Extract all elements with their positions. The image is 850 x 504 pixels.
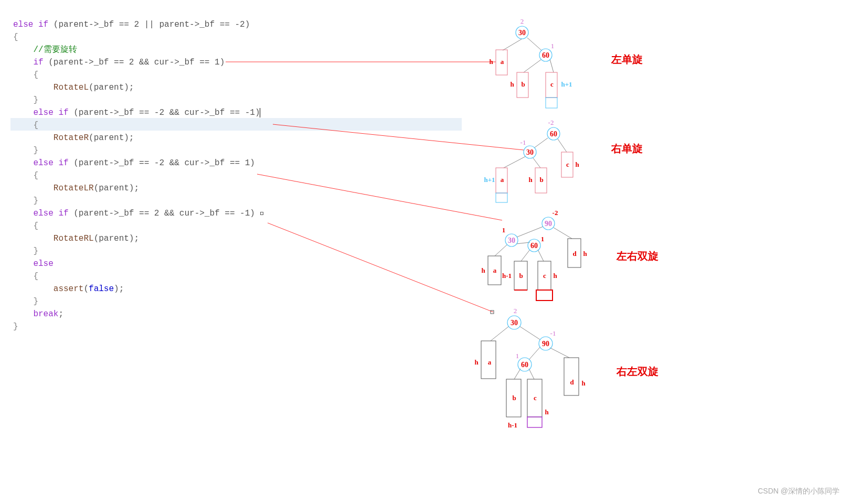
svg-text:30: 30	[518, 29, 526, 37]
svg-text:h: h	[489, 58, 493, 66]
svg-line-5	[503, 39, 522, 50]
svg-text:60: 60	[542, 51, 549, 59]
svg-line-77	[550, 348, 569, 358]
svg-text:-1: -1	[550, 329, 556, 337]
svg-text:1: 1	[541, 235, 545, 243]
svg-text:h-1: h-1	[502, 272, 512, 280]
svg-text:-1: -1	[520, 138, 526, 146]
svg-rect-38	[496, 193, 507, 202]
svg-text:2: 2	[514, 307, 517, 315]
svg-line-2	[257, 174, 502, 220]
label-left-single: 左单旋	[611, 52, 643, 67]
svg-text:h: h	[481, 266, 485, 274]
label-right-single: 右单旋	[611, 142, 643, 156]
svg-rect-70	[536, 290, 552, 301]
svg-text:b: b	[512, 394, 516, 402]
svg-line-75	[519, 326, 540, 340]
svg-text:60: 60	[550, 130, 557, 138]
svg-text:1: 1	[516, 352, 519, 360]
svg-line-7	[524, 59, 541, 72]
svg-line-28	[533, 157, 540, 168]
svg-line-6	[527, 38, 541, 50]
svg-text:d: d	[572, 250, 577, 258]
svg-line-76	[529, 347, 540, 360]
svg-text:a: a	[501, 176, 504, 184]
svg-text:30: 30	[508, 237, 515, 244]
svg-text:b: b	[521, 80, 525, 88]
svg-text:b: b	[539, 176, 543, 184]
svg-text:h: h	[545, 408, 549, 416]
svg-text:c: c	[566, 160, 569, 168]
svg-line-25	[534, 138, 548, 148]
svg-text:a: a	[488, 358, 492, 366]
tree-rl-double: 30 2 90 -1 60 1 h a h-1 b h c h d	[474, 307, 586, 429]
svg-text:1: 1	[502, 226, 506, 234]
svg-text:c: c	[543, 272, 546, 280]
svg-text:h: h	[510, 80, 514, 88]
svg-text:1: 1	[551, 42, 555, 50]
svg-line-78	[514, 369, 520, 379]
svg-text:90: 90	[545, 220, 552, 228]
svg-text:h: h	[575, 160, 579, 168]
svg-line-3	[268, 223, 493, 312]
svg-text:30: 30	[526, 148, 534, 156]
diagram-svg: 30 2 60 1 h a h b h+1 c 60 -2 30 -1 h+1 …	[0, 0, 850, 504]
svg-line-1	[273, 124, 524, 150]
svg-text:60: 60	[530, 242, 538, 250]
svg-rect-98	[527, 417, 542, 427]
tree-lr-double: 90 -2 30 1 60 1 h a h-1 b h c h d	[481, 209, 587, 301]
svg-text:h+1: h+1	[484, 176, 495, 184]
svg-line-26	[558, 139, 567, 152]
svg-line-27	[504, 156, 526, 168]
svg-line-46	[554, 228, 572, 239]
svg-text:c: c	[534, 394, 537, 402]
svg-text:h-1: h-1	[508, 421, 517, 429]
svg-text:90: 90	[542, 340, 549, 348]
svg-text:30: 30	[511, 319, 518, 327]
svg-line-49	[521, 250, 530, 261]
svg-rect-99	[564, 358, 579, 395]
svg-line-79	[529, 369, 534, 379]
svg-text:h: h	[581, 379, 586, 387]
svg-text:-2: -2	[552, 209, 558, 217]
label-rl-double: 右左双旋	[617, 364, 658, 379]
svg-rect-24	[546, 98, 557, 108]
svg-text:a: a	[501, 58, 504, 66]
svg-line-47	[495, 244, 507, 256]
svg-rect-4	[491, 310, 494, 314]
svg-line-45	[517, 227, 543, 237]
svg-text:d: d	[570, 378, 574, 386]
label-lr-double: 左右双旋	[617, 249, 658, 263]
svg-text:2: 2	[520, 17, 524, 25]
svg-text:h: h	[474, 358, 479, 366]
svg-line-8	[550, 59, 554, 72]
svg-line-50	[538, 250, 544, 261]
tree-right-single: 60 -2 30 -1 h+1 a h b h c	[484, 119, 579, 202]
svg-line-74	[491, 326, 509, 341]
svg-text:a: a	[493, 266, 497, 274]
svg-text:h+1: h+1	[561, 80, 572, 88]
svg-text:h: h	[583, 250, 587, 258]
svg-text:c: c	[550, 80, 554, 88]
svg-text:h: h	[553, 272, 557, 280]
svg-text:60: 60	[521, 361, 528, 369]
svg-text:-2: -2	[548, 119, 554, 126]
watermark: CSDN @深情的小陈同学	[758, 487, 840, 496]
svg-text:h: h	[528, 176, 533, 184]
tree-left-single: 30 2 60 1 h a h b h+1 c	[489, 17, 572, 108]
svg-text:b: b	[519, 272, 523, 280]
